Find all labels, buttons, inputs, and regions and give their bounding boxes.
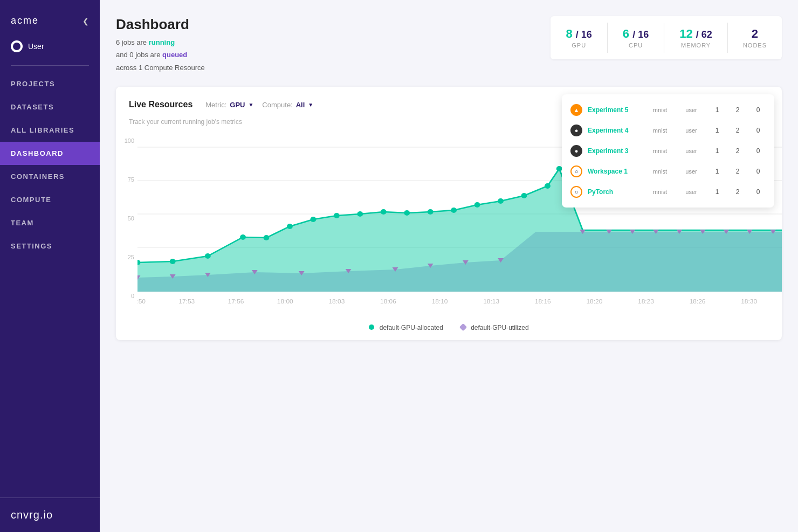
y-label-75: 75 [116,176,137,183]
x-label-5: 18:06 [380,299,396,305]
chart-title: Live Resources [129,100,192,109]
dot-16 [545,183,551,189]
sidebar-item-all-libraries[interactable]: ALL LIBRARIES [0,119,100,142]
chart-tooltip: ▲ Experiment 5 mnist user 1 2 0 ● Experi… [562,94,774,208]
exp4-col1: 1 [710,127,725,134]
dot-4 [264,235,270,240]
exp3-user: user [678,148,704,154]
sidebar-item-containers[interactable]: CONTAINERS [0,165,100,188]
sidebar-nav: PROJECTS DATASETS ALL LIBRARIES DASHBOAR… [0,72,100,498]
exp5-col2: 2 [730,106,745,114]
dashboard-subtitle: 6 jobs are running and 0 jobs are queued… [116,36,205,74]
sidebar-user: User [0,35,100,63]
exp3-col3: 0 [751,147,766,155]
stat-cpu-value: 6 / 16 [623,27,649,41]
tooltip-row-exp3[interactable]: ● Experiment 3 mnist user 1 2 0 [562,141,774,161]
ws1-name: Workspace 1 [588,168,642,175]
collapse-button[interactable]: ❮ [82,17,89,25]
legend-utilized-label: default-GPU-utilized [471,324,528,331]
sidebar-item-compute[interactable]: COMPUTE [0,188,100,211]
ws1-user: user [678,168,704,175]
dot-13 [474,202,480,208]
running-status: running [149,38,175,46]
exp5-icon: ▲ [570,104,582,116]
sidebar-footer: cnvrg.io [0,498,100,532]
page-title: Dashboard [116,16,205,33]
dot-3 [240,234,246,240]
chart-card: Live Resources Metric: GPU ▼ Compute: Al… [116,87,782,340]
legend-dot-purple [459,323,467,331]
sidebar-item-settings[interactable]: SETTINGS [0,234,100,258]
dot-8 [357,211,363,217]
y-label-0: 0 [116,293,137,299]
footer-logo: cnvrg.io [11,509,89,521]
x-label-3: 18:00 [277,299,293,305]
sidebar-header: acme ❮ [0,0,100,35]
dashboard-info: Dashboard 6 jobs are running and 0 jobs … [116,16,205,74]
exp5-dataset: mnist [647,107,673,113]
x-label-0: 17:50 [137,299,146,305]
stat-memory: 12 / 62 Memory [664,23,728,53]
legend-dot-green [369,324,374,330]
stats-bar: 8 / 16 GPU 6 / 16 CPU 12 / 62 Memory 2 N… [551,16,782,59]
tooltip-row-ws1[interactable]: ○ Workspace 1 mnist user 1 2 0 [562,161,774,182]
exp5-col1: 1 [710,106,725,114]
sidebar-item-datasets[interactable]: DATASETS [0,95,100,119]
dot-5 [287,224,293,229]
jobs-queued-count: 0 [129,51,133,59]
exp4-col2: 2 [730,127,745,134]
x-label-7: 18:13 [483,299,499,305]
exp4-name: Experiment 4 [588,127,642,134]
compute-label: Compute: [262,101,292,109]
sidebar-item-projects[interactable]: PROJECTS [0,72,100,95]
exp3-icon: ● [570,145,582,157]
x-label-1: 17:53 [178,299,195,305]
dashboard-header: Dashboard 6 jobs are running and 0 jobs … [116,16,782,74]
metric-dropdown[interactable]: Metric: GPU ▼ [205,101,253,109]
dot-11 [428,209,434,215]
stat-gpu: 8 / 16 GPU [551,23,607,53]
pytorch-col1: 1 [710,188,725,196]
x-label-11: 18:26 [690,299,706,305]
ws1-dataset: mnist [647,168,673,175]
exp5-col3: 0 [751,106,766,114]
ws1-col2: 2 [730,168,745,175]
queued-status: queued [162,51,187,59]
pytorch-col2: 2 [730,188,745,196]
ws1-icon: ○ [570,165,582,177]
exp3-name: Experiment 3 [588,147,642,155]
stat-nodes: 2 Nodes [728,23,782,53]
ws1-col1: 1 [710,168,725,175]
exp4-icon: ● [570,125,582,136]
sidebar-logo: acme [11,15,39,26]
stat-nodes-label: Nodes [743,42,767,49]
sidebar-item-dashboard[interactable]: DASHBOARD [0,142,100,165]
y-label-100: 100 [116,137,137,144]
legend-allocated-label: default-GPU-allocated [380,324,443,331]
stat-nodes-value: 2 [743,27,767,41]
dot-1 [170,259,176,264]
exp4-col3: 0 [751,127,766,134]
pytorch-col3: 0 [751,188,766,196]
pytorch-icon: ○ [570,186,582,198]
stat-gpu-value: 8 / 16 [566,27,591,41]
jobs-running-count: 6 [116,38,120,46]
sidebar-item-team[interactable]: TEAM [0,211,100,234]
resources-label: across 1 Compute Resource [116,64,205,72]
stat-gpu-label: GPU [566,42,591,49]
tooltip-row-exp5[interactable]: ▲ Experiment 5 mnist user 1 2 0 [562,100,774,120]
dot-2 [205,253,211,259]
tooltip-row-pytorch[interactable]: ○ PyTorch mnist user 1 2 0 [562,182,774,202]
sidebar-divider [11,65,89,66]
tooltip-row-exp4[interactable]: ● Experiment 4 mnist user 1 2 0 [562,120,774,141]
dot-7 [334,213,340,218]
stat-memory-value: 12 / 62 [679,27,712,41]
stat-cpu-label: CPU [623,42,649,49]
exp3-col2: 2 [730,147,745,155]
legend-utilized: default-GPU-utilized [460,324,529,331]
compute-dropdown[interactable]: Compute: All ▼ [262,101,313,109]
sidebar: acme ❮ User PROJECTS DATASETS ALL LIBRAR… [0,0,100,532]
dot-10 [404,210,410,216]
dot-6 [310,217,316,222]
chart-legend: default-GPU-allocated default-GPU-utiliz… [116,315,782,340]
